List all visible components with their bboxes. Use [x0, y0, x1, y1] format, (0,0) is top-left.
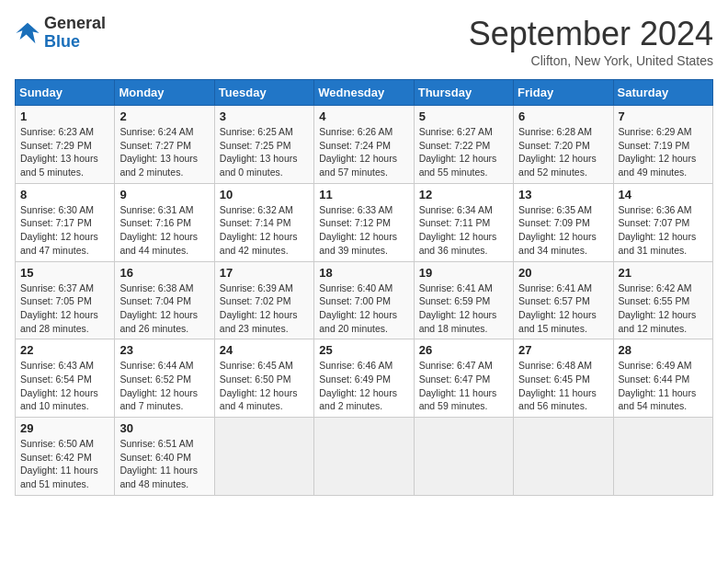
calendar-cell: 26Sunrise: 6:47 AMSunset: 6:47 PMDayligh… [414, 339, 513, 418]
calendar-cell: 11Sunrise: 6:33 AMSunset: 7:12 PMDayligh… [314, 183, 414, 261]
day-info: Sunrise: 6:37 AMSunset: 7:05 PMDaylight:… [20, 282, 109, 336]
calendar-cell: 2Sunrise: 6:24 AMSunset: 7:27 PMDaylight… [115, 106, 214, 184]
calendar-cell: 21Sunrise: 6:42 AMSunset: 6:55 PMDayligh… [613, 261, 712, 339]
calendar-cell: 27Sunrise: 6:48 AMSunset: 6:45 PMDayligh… [514, 339, 613, 418]
header-day-wednesday: Wednesday [314, 80, 414, 106]
calendar-cell: 18Sunrise: 6:40 AMSunset: 7:00 PMDayligh… [314, 261, 414, 339]
calendar-table: SundayMondayTuesdayWednesdayThursdayFrid… [15, 79, 713, 496]
day-info: Sunrise: 6:48 AMSunset: 6:45 PMDaylight:… [518, 359, 608, 413]
calendar-cell: 4Sunrise: 6:26 AMSunset: 7:24 PMDaylight… [314, 106, 414, 184]
calendar-body: 1Sunrise: 6:23 AMSunset: 7:29 PMDaylight… [16, 106, 713, 496]
calendar-header: SundayMondayTuesdayWednesdayThursdayFrid… [16, 80, 713, 106]
logo-icon [15, 20, 40, 46]
day-info: Sunrise: 6:28 AMSunset: 7:20 PMDaylight:… [518, 125, 608, 179]
location: Clifton, New York, United States [469, 53, 713, 68]
day-number: 7 [619, 109, 708, 123]
header-day-sunday: Sunday [16, 80, 115, 106]
day-number: 28 [619, 343, 708, 357]
day-info: Sunrise: 6:41 AMSunset: 6:57 PMDaylight:… [518, 282, 608, 336]
day-number: 2 [119, 109, 209, 123]
day-number: 12 [419, 188, 508, 201]
day-info: Sunrise: 6:30 AMSunset: 7:17 PMDaylight:… [20, 203, 109, 258]
day-info: Sunrise: 6:51 AMSunset: 6:40 PMDaylight:… [119, 437, 209, 491]
day-info: Sunrise: 6:50 AMSunset: 6:42 PMDaylight:… [20, 437, 109, 491]
calendar-cell: 12Sunrise: 6:34 AMSunset: 7:11 PMDayligh… [414, 183, 513, 261]
day-info: Sunrise: 6:36 AMSunset: 7:07 PMDaylight:… [619, 203, 708, 258]
day-number: 14 [619, 188, 708, 201]
calendar-cell: 23Sunrise: 6:44 AMSunset: 6:52 PMDayligh… [115, 339, 214, 418]
calendar-cell: 1Sunrise: 6:23 AMSunset: 7:29 PMDaylight… [16, 106, 115, 184]
calendar-cell: 3Sunrise: 6:25 AMSunset: 7:25 PMDaylight… [214, 106, 313, 184]
day-info: Sunrise: 6:26 AMSunset: 7:24 PMDaylight:… [319, 125, 408, 179]
calendar-cell: 17Sunrise: 6:39 AMSunset: 7:02 PMDayligh… [214, 261, 313, 339]
day-info: Sunrise: 6:23 AMSunset: 7:29 PMDaylight:… [20, 125, 109, 179]
day-info: Sunrise: 6:25 AMSunset: 7:25 PMDaylight:… [220, 125, 309, 179]
week-row-0: 1Sunrise: 6:23 AMSunset: 7:29 PMDaylight… [16, 106, 713, 184]
day-number: 23 [119, 343, 209, 357]
day-number: 25 [319, 343, 408, 357]
day-number: 22 [20, 343, 109, 357]
calendar-cell [514, 418, 613, 496]
day-number: 16 [119, 266, 209, 280]
day-number: 19 [419, 266, 508, 280]
day-info: Sunrise: 6:44 AMSunset: 6:52 PMDaylight:… [119, 359, 209, 413]
calendar-cell: 20Sunrise: 6:41 AMSunset: 6:57 PMDayligh… [514, 261, 613, 339]
header-day-friday: Friday [514, 80, 613, 106]
calendar-cell: 8Sunrise: 6:30 AMSunset: 7:17 PMDaylight… [16, 183, 115, 261]
calendar-cell: 16Sunrise: 6:38 AMSunset: 7:04 PMDayligh… [115, 261, 214, 339]
calendar-cell: 22Sunrise: 6:43 AMSunset: 6:54 PMDayligh… [16, 339, 115, 418]
week-row-3: 22Sunrise: 6:43 AMSunset: 6:54 PMDayligh… [16, 339, 713, 418]
day-info: Sunrise: 6:29 AMSunset: 7:19 PMDaylight:… [619, 125, 708, 179]
day-number: 8 [20, 188, 109, 201]
day-number: 11 [319, 188, 408, 201]
day-info: Sunrise: 6:41 AMSunset: 6:59 PMDaylight:… [419, 282, 508, 336]
header-day-thursday: Thursday [414, 80, 513, 106]
header-day-saturday: Saturday [613, 80, 712, 106]
calendar-cell: 30Sunrise: 6:51 AMSunset: 6:40 PMDayligh… [115, 418, 214, 496]
page-header: General Blue September 2024 Clifton, New… [15, 15, 713, 68]
day-number: 24 [220, 343, 309, 357]
day-number: 20 [518, 266, 608, 280]
calendar-cell: 7Sunrise: 6:29 AMSunset: 7:19 PMDaylight… [613, 106, 712, 184]
calendar-cell: 5Sunrise: 6:27 AMSunset: 7:22 PMDaylight… [414, 106, 513, 184]
title-block: September 2024 Clifton, New York, United… [469, 15, 713, 68]
calendar-cell: 15Sunrise: 6:37 AMSunset: 7:05 PMDayligh… [16, 261, 115, 339]
svg-marker-0 [16, 23, 39, 43]
calendar-cell [214, 418, 313, 496]
day-info: Sunrise: 6:31 AMSunset: 7:16 PMDaylight:… [119, 203, 209, 258]
day-info: Sunrise: 6:32 AMSunset: 7:14 PMDaylight:… [220, 203, 309, 258]
calendar-cell: 14Sunrise: 6:36 AMSunset: 7:07 PMDayligh… [613, 183, 712, 261]
week-row-2: 15Sunrise: 6:37 AMSunset: 7:05 PMDayligh… [16, 261, 713, 339]
calendar-cell: 6Sunrise: 6:28 AMSunset: 7:20 PMDaylight… [514, 106, 613, 184]
day-number: 27 [518, 343, 608, 357]
week-row-1: 8Sunrise: 6:30 AMSunset: 7:17 PMDaylight… [16, 183, 713, 261]
header-day-monday: Monday [115, 80, 214, 106]
day-number: 4 [319, 109, 408, 123]
day-number: 10 [220, 188, 309, 201]
day-number: 29 [20, 421, 109, 435]
month-title: September 2024 [469, 15, 713, 53]
day-number: 9 [119, 188, 209, 201]
day-info: Sunrise: 6:42 AMSunset: 6:55 PMDaylight:… [619, 282, 708, 336]
day-number: 15 [20, 266, 109, 280]
calendar-cell: 24Sunrise: 6:45 AMSunset: 6:50 PMDayligh… [214, 339, 313, 418]
calendar-cell [613, 418, 712, 496]
day-number: 21 [619, 266, 708, 280]
day-info: Sunrise: 6:24 AMSunset: 7:27 PMDaylight:… [119, 125, 209, 179]
day-info: Sunrise: 6:43 AMSunset: 6:54 PMDaylight:… [20, 359, 109, 413]
day-number: 5 [419, 109, 508, 123]
day-info: Sunrise: 6:27 AMSunset: 7:22 PMDaylight:… [419, 125, 508, 179]
calendar-cell: 13Sunrise: 6:35 AMSunset: 7:09 PMDayligh… [514, 183, 613, 261]
day-number: 6 [518, 109, 608, 123]
day-info: Sunrise: 6:39 AMSunset: 7:02 PMDaylight:… [220, 282, 309, 336]
calendar-cell: 25Sunrise: 6:46 AMSunset: 6:49 PMDayligh… [314, 339, 414, 418]
calendar-cell: 28Sunrise: 6:49 AMSunset: 6:44 PMDayligh… [613, 339, 712, 418]
calendar-cell: 10Sunrise: 6:32 AMSunset: 7:14 PMDayligh… [214, 183, 313, 261]
day-number: 17 [220, 266, 309, 280]
day-info: Sunrise: 6:45 AMSunset: 6:50 PMDaylight:… [220, 359, 309, 413]
day-number: 30 [119, 421, 209, 435]
calendar-cell: 9Sunrise: 6:31 AMSunset: 7:16 PMDaylight… [115, 183, 214, 261]
day-number: 3 [220, 109, 309, 123]
calendar-cell: 19Sunrise: 6:41 AMSunset: 6:59 PMDayligh… [414, 261, 513, 339]
day-info: Sunrise: 6:47 AMSunset: 6:47 PMDaylight:… [419, 359, 508, 413]
